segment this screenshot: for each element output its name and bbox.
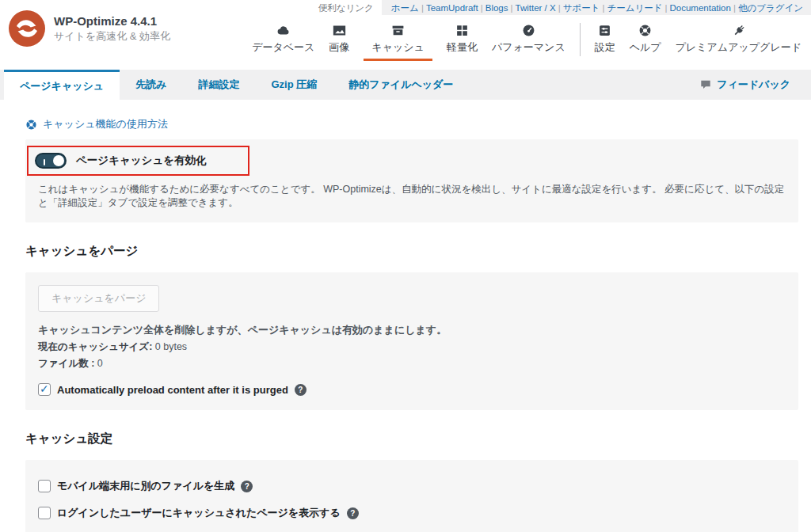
preload-after-purge-row[interactable]: Automatically preload content after it i… [38, 383, 786, 396]
top-links-bar: ホーム|TeamUpdraft|Blogs|Twitter / X|サポート|チ… [382, 0, 811, 15]
cache-size-line: 現在のキャッシュサイズ: 0 bytes [38, 340, 786, 354]
tab-advanced-settings[interactable]: 詳細設定 [182, 70, 255, 100]
link-other-plugins[interactable]: 他のプラグイン [738, 3, 803, 13]
link-separator: | [665, 3, 668, 13]
nav-label: 軽量化 [447, 40, 478, 55]
enable-cache-annotation-box: ページキャッシュを有効化 [27, 146, 249, 176]
purge-section-heading: キャッシュをパージ [25, 243, 798, 260]
nav-item-help[interactable]: ヘルプ [630, 24, 661, 61]
page-cache-toggle[interactable] [35, 153, 67, 169]
brand-text: WP-Optimize 4.4.1 サイトを高速化 & 効率化 [54, 14, 170, 44]
nav-label: データベース [252, 40, 314, 55]
link-separator: | [421, 3, 424, 13]
nav-item-database[interactable]: データベース [252, 24, 314, 61]
cache-size-value: 0 bytes [152, 341, 187, 352]
images-icon [333, 24, 346, 37]
help-question-icon[interactable]: ? [241, 481, 253, 492]
preload-after-purge-label: Automatically preload content after it i… [57, 384, 288, 396]
tab-label: 先読み [135, 78, 166, 92]
cache-howto-link[interactable]: キャッシュ機能の使用方法 [43, 117, 168, 131]
link-separator: | [511, 3, 513, 13]
link-team-lead[interactable]: チームリード [607, 3, 662, 13]
link-separator: | [602, 3, 604, 13]
cache-settings-panel: モバイル端末用に別のファイルを生成 ? ログインしたユーザーにキャッシュされたペ… [25, 460, 798, 532]
tab-label: 詳細設定 [198, 78, 239, 92]
enable-cache-description: これはキャッシュが機能するために必要なすべてのことです。 WP-Optimize… [38, 183, 786, 210]
nav-item-premium-upgrade[interactable]: プレミアムアップグレード [676, 24, 801, 61]
enable-cache-panel: ページキャッシュを有効化 これはキャッシュが機能するために必要なすべてのことです… [25, 139, 798, 222]
file-count-label: ファイル数 : [38, 358, 94, 369]
help-question-icon[interactable]: ? [347, 507, 359, 519]
nav-item-images[interactable]: 画像 [329, 24, 349, 61]
purge-description: キャッシュコンテンツ全体を削除しますが、ページキャッシュは有効のままにします。 [38, 323, 786, 337]
nav-label: 画像 [329, 40, 349, 55]
link-twitter[interactable]: Twitter / X [516, 3, 556, 13]
mobile-cache-row[interactable]: モバイル端末用に別のファイルを生成 ? [38, 479, 786, 493]
cache-howto-link-row[interactable]: キャッシュ機能の使用方法 [25, 117, 798, 131]
feedback-link[interactable]: フィードバック [700, 70, 811, 100]
link-support[interactable]: サポート [563, 3, 600, 13]
nav-item-settings[interactable]: 設定 [595, 24, 615, 61]
tab-page-cache[interactable]: ページキャッシュ [4, 70, 120, 100]
preload-after-purge-checkbox[interactable] [38, 383, 51, 396]
feedback-label: フィードバック [717, 78, 790, 92]
nav-label: 設定 [595, 40, 615, 55]
useful-links-label: 便利なリンク [318, 0, 382, 15]
file-count-line: ファイル数 : 0 [38, 357, 786, 370]
mobile-cache-checkbox[interactable] [38, 480, 51, 492]
database-cloud-icon [276, 24, 290, 37]
page-cache-toggle-label: ページキャッシュを有効化 [76, 154, 207, 168]
speech-bubble-icon [700, 79, 711, 90]
logged-in-users-checkbox[interactable] [38, 507, 51, 519]
app-title: WP-Optimize 4.4.1 [54, 14, 170, 28]
cache-tabbar: ページキャッシュ 先読み 詳細設定 Gzip 圧縮 静的ファイルヘッダー フィー… [0, 70, 811, 100]
premium-plug-icon [732, 24, 745, 37]
link-separator: | [481, 3, 483, 13]
nav-label: パフォーマンス [492, 40, 565, 55]
top-links-row: 便利なリンク ホーム|TeamUpdraft|Blogs|Twitter / X… [252, 0, 811, 15]
link-teamupdraft[interactable]: TeamUpdraft [426, 3, 478, 13]
nav-divider [580, 23, 581, 56]
link-blogs[interactable]: Blogs [485, 3, 508, 13]
mobile-cache-label: モバイル端末用に別のファイルを生成 [57, 479, 234, 493]
header-right: 便利なリンク ホーム|TeamUpdraft|Blogs|Twitter / X… [252, 0, 811, 61]
nav-label: キャッシュ [371, 40, 425, 55]
cache-settings-heading: キャッシュ設定 [25, 431, 798, 447]
file-count-value: 0 [94, 358, 102, 369]
link-separator: | [733, 3, 736, 13]
nav-item-cache[interactable]: キャッシュ [364, 24, 432, 61]
tab-gzip[interactable]: Gzip 圧縮 [255, 70, 333, 100]
cache-size-label: 現在のキャッシュサイズ: [38, 341, 152, 352]
tab-label: Gzip 圧縮 [271, 78, 317, 92]
nav-label: ヘルプ [630, 40, 661, 55]
purge-cache-panel: キャッシュをパージ キャッシュコンテンツ全体を削除しますが、ページキャッシュは有… [25, 272, 798, 410]
logged-in-users-row[interactable]: ログインしたユーザーにキャッシュされたページを表示する ? [38, 506, 786, 520]
link-home[interactable]: ホーム [391, 3, 419, 13]
settings-sliders-icon [598, 24, 611, 37]
tab-preload[interactable]: 先読み [120, 70, 182, 100]
header: WP-Optimize 4.4.1 サイトを高速化 & 効率化 便利なリンク ホ… [0, 0, 811, 70]
logged-in-users-label: ログインしたユーザーにキャッシュされたページを表示する [57, 506, 341, 520]
performance-gauge-icon [522, 24, 535, 37]
app-subtitle: サイトを高速化 & 効率化 [54, 29, 170, 44]
tab-label: 静的ファイルヘッダー [348, 78, 453, 92]
link-documentation[interactable]: Documentation [670, 3, 731, 13]
link-separator: | [558, 3, 561, 13]
nav-item-performance[interactable]: パフォーマンス [492, 24, 565, 61]
toggle-knob [53, 155, 64, 166]
help-lifebuoy-icon [638, 24, 652, 37]
purge-cache-button[interactable]: キャッシュをパージ [38, 285, 159, 312]
minify-icon [455, 24, 469, 37]
page-cache-panel: キャッシュ機能の使用方法 ページキャッシュを有効化 これはキャッシュが機能するた… [0, 117, 811, 532]
wp-optimize-logo-icon [8, 10, 46, 48]
nav-item-minify[interactable]: 軽量化 [447, 24, 478, 61]
tab-label: ページキャッシュ [20, 79, 104, 93]
lifebuoy-icon [25, 119, 37, 131]
tab-static-file-headers[interactable]: 静的ファイルヘッダー [333, 70, 469, 100]
toggle-on-bar [44, 159, 45, 165]
nav-label: プレミアムアップグレード [676, 40, 801, 55]
help-question-icon[interactable]: ? [295, 384, 307, 396]
main-nav: データベース 画像 キャッシュ 軽量化 [252, 15, 811, 61]
cache-archive-icon [391, 24, 405, 37]
